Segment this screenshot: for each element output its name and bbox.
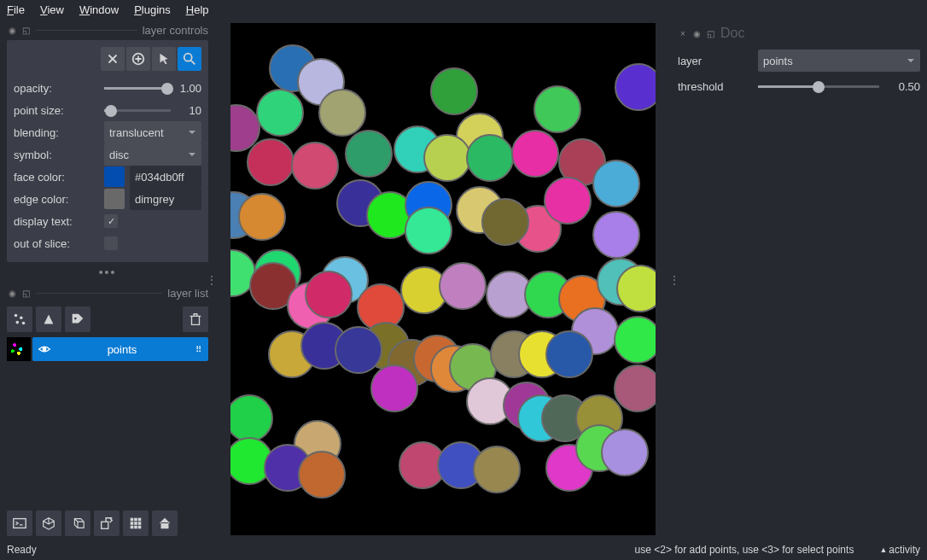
point[interactable] — [335, 326, 382, 374]
point[interactable] — [238, 193, 286, 241]
point[interactable] — [615, 63, 656, 111]
point[interactable] — [481, 198, 529, 246]
point[interactable] — [533, 85, 581, 133]
point[interactable] — [439, 262, 487, 310]
point-size-slider[interactable] — [104, 102, 171, 118]
menu-view[interactable]: View — [40, 3, 64, 16]
new-points-button[interactable] — [7, 306, 32, 332]
point[interactable] — [592, 160, 640, 207]
layer-controls-title: layer controls — [143, 24, 208, 37]
out-of-slice-label: out of slice: — [14, 237, 99, 250]
eye-icon[interactable]: ◉ — [7, 25, 17, 35]
transpose-button[interactable] — [94, 510, 120, 536]
layer-controls-card: opacity: 1.00 point size: 10 blending: t… — [7, 40, 208, 262]
point[interactable] — [614, 365, 656, 412]
point[interactable] — [544, 177, 592, 225]
status-text: Ready — [7, 544, 37, 556]
menu-window[interactable]: Window — [79, 3, 119, 16]
svg-rect-9 — [102, 522, 108, 528]
opacity-value: 1.00 — [176, 82, 201, 95]
svg-rect-13 — [131, 522, 134, 525]
popout-icon[interactable]: ◱ — [20, 25, 31, 35]
point[interactable] — [423, 134, 471, 182]
svg-point-6 — [74, 318, 77, 320]
layer-grip-icon[interactable]: ⠿ — [191, 345, 205, 354]
svg-rect-15 — [138, 522, 142, 525]
point-size-value: 10 — [176, 104, 201, 117]
layer-select-label: layer — [678, 55, 751, 67]
out-of-slice-checkbox[interactable] — [104, 236, 118, 250]
point[interactable] — [247, 138, 294, 186]
menu-file[interactable]: File — [7, 3, 25, 16]
point[interactable] — [430, 67, 478, 115]
activity-button[interactable]: activity — [889, 544, 920, 556]
point[interactable] — [473, 446, 521, 493]
new-labels-button[interactable] — [65, 306, 90, 332]
layer-list-title: layer list — [167, 287, 208, 300]
svg-point-4 — [16, 321, 20, 324]
edge-color-value[interactable]: dimgrey — [130, 188, 201, 210]
new-shapes-button[interactable] — [36, 306, 61, 332]
viewer-canvas[interactable] — [230, 23, 656, 535]
symbol-select[interactable]: disc — [104, 143, 201, 166]
point[interactable] — [592, 211, 640, 259]
svg-point-2 — [15, 314, 18, 318]
zoom-tool[interactable] — [178, 47, 201, 71]
select-tool[interactable] — [152, 47, 176, 71]
point[interactable] — [230, 394, 273, 442]
face-color-value[interactable]: #034db0ff — [130, 166, 201, 188]
svg-rect-18 — [138, 526, 142, 529]
chevron-up-icon[interactable]: ▲ — [879, 545, 887, 554]
right-drag-handle-icon[interactable]: ⋮ — [669, 278, 679, 282]
threshold-slider[interactable] — [758, 79, 879, 94]
point[interactable] — [345, 130, 393, 178]
edge-color-swatch[interactable] — [104, 189, 125, 209]
eye-icon[interactable]: ◉ — [7, 288, 17, 298]
point[interactable] — [545, 330, 593, 378]
point[interactable] — [405, 207, 452, 254]
menu-bar: File View Window Plugins Help — [0, 0, 927, 20]
status-bar: Ready use <2> for add points, use <3> fo… — [0, 540, 927, 560]
point[interactable] — [370, 365, 418, 412]
point[interactable] — [318, 89, 366, 137]
threshold-value: 0.50 — [886, 80, 920, 93]
popout-icon[interactable]: ◱ — [20, 288, 31, 298]
delete-tool[interactable] — [101, 47, 125, 71]
roll-button[interactable] — [65, 510, 90, 536]
ndim-button[interactable] — [36, 510, 61, 536]
left-drag-handle-icon[interactable]: ⋮ — [207, 278, 217, 282]
opacity-slider[interactable] — [104, 80, 171, 96]
console-button[interactable] — [7, 510, 32, 536]
drag-handle-icon[interactable]: ••• — [7, 265, 208, 279]
point[interactable] — [298, 451, 346, 499]
threshold-label: threshold — [678, 80, 751, 93]
home-button[interactable] — [152, 510, 178, 536]
point[interactable] — [614, 316, 656, 364]
display-text-checkbox[interactable] — [104, 214, 118, 228]
point[interactable] — [511, 130, 559, 178]
close-icon[interactable]: × — [678, 28, 688, 38]
point[interactable] — [466, 134, 514, 182]
point[interactable] — [305, 271, 353, 318]
svg-point-3 — [20, 316, 23, 319]
opacity-label: opacity: — [14, 82, 99, 95]
point[interactable] — [256, 89, 304, 137]
layer-visibility-icon[interactable] — [36, 342, 53, 356]
point[interactable] — [601, 429, 649, 476]
popout-icon[interactable]: ◱ — [705, 28, 715, 38]
layer-thumbnail — [7, 337, 31, 361]
layer-row[interactable]: points ⠿ — [7, 337, 208, 361]
menu-help[interactable]: Help — [186, 3, 209, 16]
add-tool[interactable] — [126, 47, 150, 71]
face-color-swatch[interactable] — [104, 166, 125, 187]
grid-button[interactable] — [123, 510, 149, 536]
svg-rect-11 — [134, 518, 137, 522]
delete-layer-button[interactable] — [183, 306, 208, 332]
blending-select[interactable]: translucent — [104, 121, 201, 143]
point[interactable] — [291, 142, 339, 190]
eye-icon[interactable]: ◉ — [691, 28, 702, 38]
svg-point-1 — [184, 54, 192, 61]
layer-select[interactable]: points — [758, 50, 920, 72]
layer-name: points — [53, 343, 191, 356]
menu-plugins[interactable]: Plugins — [134, 3, 171, 16]
